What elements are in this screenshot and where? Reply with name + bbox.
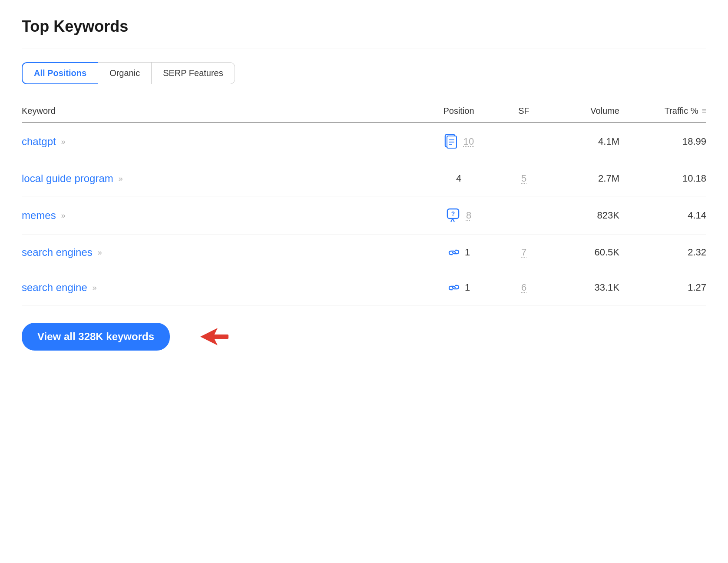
volume-cell-search-engines: 60.5K [550, 247, 619, 258]
table-row: local guide program » 4 5 2.7M 10.18 [22, 161, 706, 196]
position-cell-memes: ? 8 [420, 208, 498, 223]
page-title: Top Keywords [22, 17, 706, 36]
col-header-sf: SF [498, 106, 550, 116]
position-value-memes: 8 [466, 210, 471, 221]
table-row: memes » ? 8 823K 4.14 [22, 196, 706, 235]
keyword-link-search-engines[interactable]: search engines [22, 246, 93, 258]
tab-organic[interactable]: Organic [98, 62, 152, 84]
keyword-link-chatgpt[interactable]: chatgpt [22, 136, 56, 148]
red-arrow-icon [187, 326, 231, 348]
keyword-link-memes[interactable]: memes [22, 209, 56, 222]
position-value-chatgpt: 10 [463, 136, 474, 147]
volume-cell-search-engine: 33.1K [550, 282, 619, 293]
col-header-keyword: Keyword [22, 106, 420, 116]
col-header-volume: Volume [550, 106, 619, 116]
position-value-search-engine: 1 [465, 282, 470, 293]
chevron-right-icon: » [61, 211, 66, 220]
sf-cell-search-engine: 6 [498, 282, 550, 293]
col-header-traffic[interactable]: Traffic % ≡ [619, 106, 706, 116]
position-value-search-engines: 1 [465, 247, 470, 258]
table-row: search engines » 1 7 60.5K 2.32 [22, 235, 706, 270]
svg-text:?: ? [451, 210, 455, 217]
svg-rect-12 [213, 334, 228, 339]
link-icon [447, 248, 460, 257]
chevron-right-icon: » [98, 248, 102, 257]
chevron-right-icon: » [61, 137, 66, 146]
position-cell-local-guide: 4 [420, 173, 498, 184]
sf-cell-local-guide: 5 [498, 173, 550, 184]
position-cell-search-engines: 1 [420, 247, 498, 258]
traffic-cell-search-engine: 1.27 [619, 282, 706, 293]
link-icon [447, 283, 460, 292]
keyword-cell: search engines » [22, 246, 420, 258]
traffic-cell-local-guide: 10.18 [619, 173, 706, 184]
tab-serp-features[interactable]: SERP Features [152, 62, 235, 84]
volume-cell-memes: 823K [550, 210, 619, 221]
position-cell-chatgpt: 10 [420, 134, 498, 149]
divider [22, 49, 706, 49]
chevron-right-icon: » [119, 174, 123, 183]
keyword-cell: search engine » [22, 282, 420, 294]
keyword-link-search-engine[interactable]: search engine [22, 282, 87, 294]
table-row: chatgpt » 10 4.1M 18.99 [22, 123, 706, 161]
tabs-container: All Positions Organic SERP Features [22, 62, 706, 84]
traffic-cell-search-engines: 2.32 [619, 247, 706, 258]
col-header-position: Position [420, 106, 498, 116]
keyword-link-local-guide-program[interactable]: local guide program [22, 172, 113, 185]
view-all-section: View all 328K keywords [22, 323, 706, 351]
view-all-keywords-button[interactable]: View all 328K keywords [22, 323, 170, 351]
question-bubble-icon: ? [446, 208, 462, 223]
traffic-cell-memes: 4.14 [619, 210, 706, 221]
keyword-cell: memes » [22, 209, 420, 222]
volume-cell-local-guide: 2.7M [550, 173, 619, 184]
traffic-cell-chatgpt: 18.99 [619, 136, 706, 147]
position-value-local-guide: 4 [456, 173, 461, 184]
tab-all-positions[interactable]: All Positions [22, 62, 98, 84]
document-icon [443, 134, 459, 149]
keyword-cell: chatgpt » [22, 136, 420, 148]
filter-icon[interactable]: ≡ [702, 106, 706, 116]
table-header: Keyword Position SF Volume Traffic % ≡ [22, 102, 706, 123]
keyword-cell: local guide program » [22, 172, 420, 185]
volume-cell-chatgpt: 4.1M [550, 136, 619, 147]
chevron-right-icon: » [93, 283, 97, 292]
position-cell-search-engine: 1 [420, 282, 498, 293]
arrow-indicator [187, 326, 231, 348]
sf-cell-search-engines: 7 [498, 247, 550, 258]
table-row: search engine » 1 6 33.1K 1.27 [22, 270, 706, 305]
traffic-header-label: Traffic % [665, 106, 698, 116]
